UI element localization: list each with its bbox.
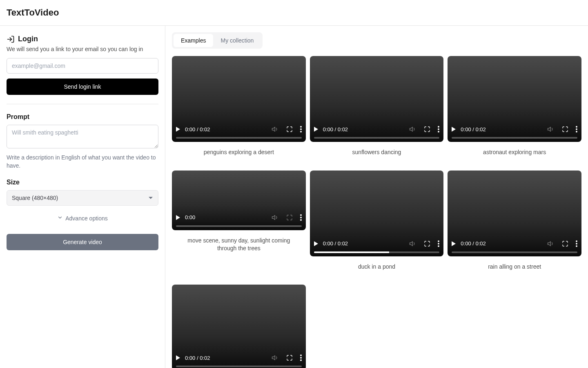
video-card: 0:00 / 0:02duck in a pond [310, 171, 444, 271]
video-player[interactable]: 0:00 / 0:02 [310, 56, 444, 142]
svg-point-26 [300, 355, 302, 356]
svg-point-20 [438, 245, 439, 247]
video-time: 0:00 / 0:02 [185, 355, 210, 361]
video-controls: 0:00 / 0:02 [448, 238, 581, 256]
video-time: 0:00 / 0:02 [323, 126, 348, 132]
video-caption: sunflowers dancing [352, 148, 401, 157]
svg-point-28 [300, 359, 302, 361]
svg-point-27 [300, 357, 302, 359]
more-icon[interactable] [300, 126, 302, 132]
video-progress[interactable] [176, 225, 302, 227]
video-time: 0:00 / 0:02 [461, 240, 486, 247]
prompt-input[interactable] [7, 125, 158, 148]
svg-point-24 [576, 245, 577, 247]
tabs: Examples My collection [172, 32, 263, 49]
svg-point-7 [438, 128, 439, 130]
size-select[interactable]: Square (480×480) [7, 190, 158, 206]
tab-my-collection[interactable]: My collection [213, 34, 261, 47]
sidebar: Login We will send you a link to your em… [0, 26, 165, 368]
video-card: 0:00move scene, sunny day, sunlight comi… [172, 171, 306, 271]
svg-point-11 [576, 128, 577, 130]
video-caption: astronaut exploring mars [483, 148, 546, 157]
svg-marker-13 [272, 215, 275, 220]
fullscreen-icon[interactable] [286, 126, 293, 132]
svg-point-4 [300, 131, 302, 132]
send-login-link-button[interactable]: Send login link [7, 79, 158, 95]
video-player[interactable]: 0:00 [172, 171, 306, 230]
video-player[interactable]: 0:00 / 0:02 [172, 56, 306, 142]
play-icon[interactable] [452, 241, 456, 246]
video-caption: duck in a pond [358, 263, 395, 271]
play-icon[interactable] [176, 215, 180, 220]
email-input[interactable] [7, 58, 158, 74]
video-progress[interactable] [314, 251, 440, 253]
video-controls: 0:00 [172, 211, 306, 230]
volume-icon[interactable] [547, 126, 555, 133]
video-player[interactable]: 0:00 / 0:02 [448, 56, 581, 142]
svg-marker-9 [548, 127, 550, 132]
advance-options-toggle[interactable]: Advance options [7, 215, 158, 222]
more-icon[interactable] [438, 126, 439, 132]
video-time: 0:00 / 0:02 [461, 126, 486, 132]
video-progress[interactable] [314, 137, 440, 139]
video-caption: rain alling on a street [488, 263, 541, 271]
svg-point-14 [300, 214, 302, 216]
volume-icon[interactable] [272, 126, 279, 133]
volume-icon[interactable] [409, 126, 416, 133]
video-card: 0:00 / 0:02sunflowers dancing [310, 56, 444, 157]
volume-icon[interactable] [547, 240, 555, 247]
video-card: 0:00 / 0:02penguins exploring a desert [172, 56, 306, 157]
play-icon[interactable] [176, 127, 180, 132]
svg-marker-1 [272, 127, 275, 132]
fullscreen-icon[interactable] [286, 214, 293, 221]
more-icon[interactable] [300, 355, 302, 361]
tab-examples[interactable]: Examples [174, 34, 213, 47]
play-icon[interactable] [314, 241, 318, 246]
svg-point-19 [438, 243, 439, 245]
fullscreen-icon[interactable] [424, 240, 430, 247]
volume-icon[interactable] [272, 214, 279, 221]
video-controls: 0:00 / 0:02 [310, 238, 444, 256]
login-title: Login [18, 35, 38, 43]
play-icon[interactable] [452, 127, 456, 132]
volume-icon[interactable] [409, 240, 416, 247]
video-caption: penguins exploring a desert [204, 148, 274, 157]
chevron-down-icon [57, 215, 63, 222]
fullscreen-icon[interactable] [562, 126, 568, 132]
volume-icon[interactable] [272, 354, 279, 361]
video-card: 0:00 / 0:02rain alling on a street [448, 171, 581, 271]
video-controls: 0:00 / 0:02 [172, 352, 306, 368]
video-progress[interactable] [176, 366, 302, 367]
more-icon[interactable] [576, 126, 577, 132]
more-icon[interactable] [300, 214, 302, 221]
fullscreen-icon[interactable] [286, 355, 293, 361]
video-progress[interactable] [452, 251, 577, 253]
svg-point-22 [576, 240, 577, 242]
prompt-hint: Write a description in English of what y… [7, 154, 158, 170]
more-icon[interactable] [576, 240, 577, 247]
video-controls: 0:00 / 0:02 [172, 123, 306, 142]
svg-marker-21 [548, 241, 550, 246]
fullscreen-icon[interactable] [424, 126, 430, 132]
more-icon[interactable] [438, 240, 439, 247]
svg-point-3 [300, 128, 302, 130]
play-icon[interactable] [176, 355, 180, 360]
video-progress[interactable] [176, 137, 302, 139]
size-label: Size [7, 179, 158, 186]
fullscreen-icon[interactable] [562, 240, 568, 247]
video-caption: move scene, sunny day, sunlight coming t… [182, 237, 296, 253]
prompt-label: Prompt [7, 113, 158, 121]
video-grid: 0:00 / 0:02penguins exploring a desert0:… [172, 56, 581, 368]
svg-point-18 [438, 240, 439, 242]
svg-point-6 [438, 126, 439, 128]
video-player[interactable]: 0:00 / 0:02 [448, 171, 581, 256]
generate-video-button[interactable]: Generate video [7, 234, 158, 250]
video-time: 0:00 / 0:02 [185, 126, 210, 132]
login-subtitle: We will send you a link to your email so… [7, 46, 158, 52]
video-time: 0:00 / 0:02 [323, 240, 348, 247]
video-player[interactable]: 0:00 / 0:02 [310, 171, 444, 256]
video-progress[interactable] [452, 137, 577, 139]
main-content: Examples My collection 0:00 / 0:02pengui… [165, 26, 588, 368]
video-player[interactable]: 0:00 / 0:02 [172, 285, 306, 368]
play-icon[interactable] [314, 127, 318, 132]
